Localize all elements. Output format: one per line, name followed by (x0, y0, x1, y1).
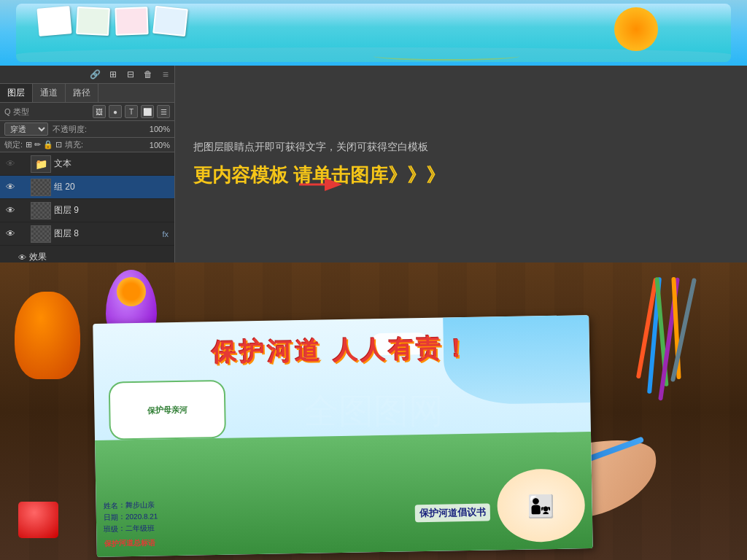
tab-paths[interactable]: 路径 (66, 84, 98, 102)
lock-icons: ⊞ ✏ 🔒 ⊡ (26, 140, 62, 149)
visibility-toggle-9[interactable]: 👁 (3, 205, 18, 216)
poster-bubble: 保护母亲河 (109, 380, 226, 440)
layer-name-8: 图层 8 (54, 228, 162, 240)
photo-1 (36, 6, 71, 36)
blend-mode-row: 穿透 不透明度: 100% (0, 121, 174, 138)
info-class: 班级：二年级班 (104, 522, 158, 534)
panel-top-icons: 🔗 ⊞ ⊟ 🗑 ≡ (0, 66, 174, 84)
lock-fill-row: 锁定: ⊞ ✏ 🔒 ⊡ 填充: 100% (0, 138, 174, 152)
layer-thumb-group20 (31, 179, 51, 196)
filter-icon-text[interactable]: T (125, 105, 138, 118)
layer-thumb-8 (31, 225, 51, 243)
layer-list: 👁 📁 文本 👁 组 20 👁 (0, 152, 174, 262)
layer-item-text[interactable]: 👁 📁 文本 (0, 152, 174, 176)
filter-icon-adjustment[interactable]: ☰ (157, 105, 170, 118)
layer-thumb-9 (31, 202, 51, 219)
opacity-value: 100% (150, 125, 170, 133)
panel-menu-button[interactable]: ≡ (163, 69, 169, 80)
info-large-text: 更内容模板 请单击图库》》》 (193, 162, 729, 188)
fill-label: 填充: (65, 139, 83, 150)
opacity-label: 不透明度: (53, 124, 87, 135)
tab-channels[interactable]: 通道 (33, 84, 66, 102)
filter-icon-shape[interactable]: ⬜ (141, 105, 154, 118)
flower (117, 277, 146, 306)
layer-item-8[interactable]: 👁 图层 8 fx (0, 222, 174, 246)
right-title: 保护河道倡议书 (415, 503, 490, 522)
panel-icon-delete[interactable]: 🗑 (142, 69, 154, 80)
panel-icon-group[interactable]: ⊞ (107, 69, 119, 80)
checker-pattern (31, 203, 50, 219)
poster-info-area: 姓名：舞步山亲 日期：2020.8.21 班级：二年级班 保护河道总标语 (103, 499, 158, 549)
middle-section: 🔗 ⊞ ⊟ 🗑 ≡ 图层 通道 路径 Q 类型 🖼 ● T ⬜ ☰ (0, 66, 747, 262)
layer-name-effects: 效果 (29, 251, 171, 262)
info-date: 日期：2020.8.21 (104, 510, 158, 523)
poster-paper: 保护河道 人人有责！ 保护母亲河 姓名：舞步山亲 日期：2020.8.21 班级… (93, 315, 592, 557)
layer-name-group20: 组 20 (54, 181, 171, 193)
layer-thumb-text: 📁 (31, 155, 51, 173)
visibility-toggle-text[interactable]: 👁 (3, 158, 18, 169)
layers-panel: 🔗 ⊞ ⊟ 🗑 ≡ 图层 通道 路径 Q 类型 🖼 ● T ⬜ ☰ (0, 66, 175, 262)
link-icon[interactable]: 🔗 (90, 69, 101, 80)
info-name: 姓名：舞步山亲 (103, 499, 158, 511)
lock-position-icon[interactable]: ✏ (34, 140, 41, 149)
banner-photos (38, 7, 187, 35)
lock-artboard-icon[interactable]: 🔒 (43, 140, 53, 149)
poster-bubble-text: 保护母亲河 (147, 404, 187, 416)
filter-icon-circle[interactable]: ● (109, 105, 122, 118)
folder-icon: 📁 (35, 158, 47, 170)
bottom-section: 保护河道 人人有责！ 保护母亲河 姓名：舞步山亲 日期：2020.8.21 班级… (0, 262, 747, 560)
photo-2 (76, 7, 110, 36)
top-banner (0, 0, 747, 66)
info-panel: 把图层眼睛点开即可获得文字，关闭可获得空白模板 更内容模板 请单击图库》》》 (175, 66, 747, 262)
layer-name-9: 图层 9 (54, 204, 171, 217)
layer-name-text: 文本 (54, 158, 171, 170)
filter-icon-image[interactable]: 🖼 (93, 105, 106, 118)
banner-vine (374, 52, 519, 61)
fill-value: 100% (150, 141, 170, 149)
paint-tin-red (18, 502, 58, 538)
banner-water (16, 47, 731, 62)
photo-4 (152, 6, 188, 36)
lock-label: 锁定: (4, 139, 23, 150)
banner-inner (16, 4, 731, 62)
checker-pattern (31, 226, 50, 242)
layer-item-9[interactable]: 👁 图层 9 (0, 199, 174, 222)
filter-row: Q 类型 🖼 ● T ⬜ ☰ (0, 103, 174, 121)
panel-icon-adjust[interactable]: ⊟ (125, 69, 136, 80)
filter-label: Q 类型 (4, 106, 29, 117)
fx-badge: fx (162, 230, 169, 238)
info-small-text: 把图层眼睛点开即可获得文字，关闭可获得空白模板 (193, 139, 729, 155)
red-arrow (295, 174, 347, 198)
checker-pattern (31, 179, 50, 195)
tab-layers[interactable]: 图层 (0, 84, 33, 102)
layer-item-group20[interactable]: 👁 组 20 (0, 176, 174, 199)
layer-item-effects[interactable]: 👁 效果 (0, 246, 174, 262)
visibility-toggle-effects[interactable]: 👁 (15, 253, 29, 262)
visibility-toggle-group20[interactable]: 👁 (3, 182, 18, 192)
characters-emoji: 👨‍👧 (527, 492, 555, 518)
photo-3 (115, 7, 148, 36)
panel-tabs: 图层 通道 路径 (0, 84, 174, 103)
brushes-area (645, 277, 732, 408)
orange-vase (15, 292, 80, 379)
blend-mode-dropdown[interactable]: 穿透 (4, 122, 48, 136)
banner-flower (614, 7, 658, 51)
lock-pixels-icon[interactable]: ⊞ (26, 140, 32, 149)
lock-all-icon[interactable]: ⊡ (55, 140, 62, 149)
visibility-toggle-8[interactable]: 👁 (3, 228, 18, 239)
filter-icons: 🖼 ● T ⬜ ☰ (93, 105, 170, 118)
info-slogan-title: 保护河道总标语 (104, 537, 158, 549)
